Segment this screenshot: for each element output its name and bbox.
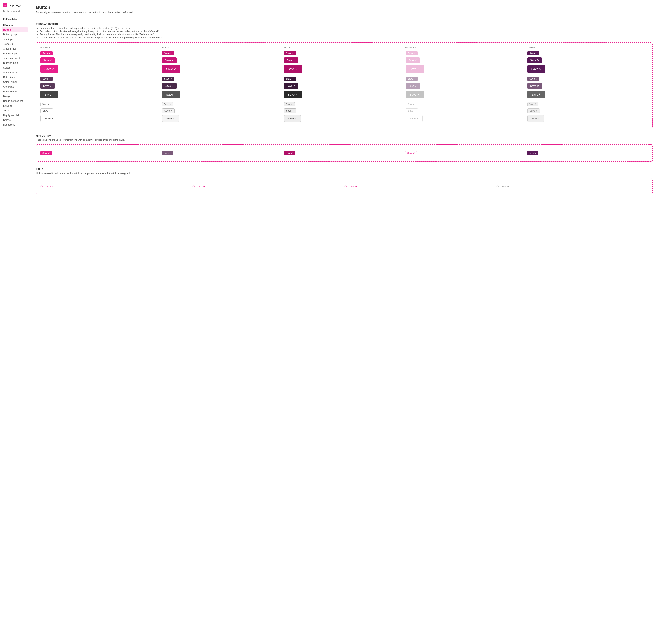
- secondary-default-large-button[interactable]: Save ✓: [41, 91, 58, 98]
- btn-primary-loading-sm[interactable]: Save ↻: [527, 51, 648, 55]
- outline-active-small-button[interactable]: Save ✓: [284, 102, 295, 107]
- secondary-medium-row: Save ✓ Save ✓ Save ✓ Save ✓ Save ↻: [41, 83, 648, 89]
- secondary-disabled-large-button: Save ✓: [406, 91, 424, 98]
- sidebar-item-badge-multi-select[interactable]: Badge multi-select: [0, 99, 29, 104]
- mini-button-section: MINI BUTTON These buttons are used for i…: [36, 135, 653, 162]
- outline-loading-medium-button[interactable]: Save ↻: [527, 108, 540, 113]
- secondary-default-medium-button[interactable]: Save ✓: [41, 83, 55, 89]
- outline-hover-small-button[interactable]: Save ✓: [162, 102, 173, 107]
- btn-primary-disabled-sm[interactable]: Save ✓: [406, 51, 526, 55]
- outline-default-large-button[interactable]: Save ✓: [41, 115, 57, 122]
- outline-loading-small-button[interactable]: Save ↻: [527, 102, 538, 107]
- mini-default-button[interactable]: Save ✓: [41, 151, 52, 155]
- links-section: LINKS Links are used to indicate an acti…: [36, 168, 653, 194]
- secondary-hover-medium-button[interactable]: Save ✓: [162, 83, 176, 89]
- col-disabled: DISABLED: [405, 47, 527, 49]
- secondary-active-large-button[interactable]: Save ✓: [284, 91, 302, 98]
- sidebar-item-telephone-input[interactable]: Telephone input: [0, 56, 29, 61]
- btn-primary-default-sm[interactable]: Save ✓: [41, 51, 161, 55]
- sidebar-item-checkbox[interactable]: Checkbox: [0, 85, 29, 89]
- mini-button-demo-box: Save ✓ Save ✓ Save ✓ Save ✓ Save ↻: [36, 144, 653, 162]
- sidebar-item-link-field[interactable]: Link field: [0, 104, 29, 108]
- sidebar-item-text-area[interactable]: Text area: [0, 42, 29, 46]
- outline-hover-large-button[interactable]: Save ✓: [162, 115, 179, 122]
- mini-loading-button[interactable]: Save ↻: [527, 151, 538, 155]
- primary-active-large-button[interactable]: Save ✓: [284, 65, 302, 73]
- secondary-active-small-button[interactable]: Save ✓: [284, 77, 296, 81]
- mini-hover-button[interactable]: Save ✓: [162, 151, 173, 155]
- col-loading: LOADING: [527, 47, 648, 49]
- outline-active-medium-button[interactable]: Save ✓: [284, 108, 297, 113]
- mini-button-title: MINI BUTTON: [36, 135, 653, 137]
- sidebar-item-radio-button[interactable]: Radio button: [0, 89, 29, 94]
- sidebar-item-button[interactable]: Button: [2, 27, 28, 32]
- secondary-small-row: Save ✓ Save ✓ Save ✓ Save ✓ Save ↻: [41, 77, 648, 81]
- sidebar-item-select[interactable]: Select: [0, 65, 29, 70]
- outline-hover-medium-button[interactable]: Save ✓: [162, 108, 174, 113]
- secondary-disabled-small-button: Save ✓: [406, 77, 418, 81]
- primary-medium-row: Save ✓ Save ✓ Save ✓ Save ✓ Save ↻: [41, 58, 648, 63]
- secondary-hover-small-button[interactable]: Save ✓: [162, 77, 174, 81]
- primary-hover-medium-button[interactable]: Save ✓: [162, 58, 176, 63]
- secondary-hover-large-button[interactable]: Save ✓: [162, 91, 180, 98]
- secondary-active-medium-button[interactable]: Save ✓: [284, 83, 298, 89]
- outline-default-medium-button[interactable]: Save ✓: [41, 108, 53, 113]
- sidebar-item-badge[interactable]: Badge: [0, 94, 29, 99]
- primary-default-medium-button[interactable]: Save ✓: [41, 58, 55, 63]
- outline-medium-row: Save ✓ Save ✓ Save ✓ Save ✓ Save ↻: [41, 108, 648, 113]
- sidebar-item-number-input[interactable]: Number input: [0, 51, 29, 56]
- outline-small-row: Save ✓ Save ✓ Save ✓ Save ✓ Save ↻: [41, 102, 648, 107]
- sidebar-item-illustrations[interactable]: Illustrations: [0, 122, 29, 127]
- primary-hover-large-button[interactable]: Save ✓: [162, 65, 180, 73]
- outline-default-small-button[interactable]: Save ✓: [41, 102, 51, 107]
- secondary-loading-small-button[interactable]: Save ↻: [527, 77, 540, 81]
- sidebar-item-amount-input[interactable]: Amount input: [0, 46, 29, 51]
- col-hover: HOVER: [162, 47, 284, 49]
- primary-active-medium-button[interactable]: Save ✓: [284, 58, 298, 63]
- primary-default-large-button[interactable]: Save ✓: [41, 65, 58, 73]
- column-headers: DEFAULT HOVER ACTIVE DISABLED LOADING: [41, 47, 648, 49]
- mini-disabled-button: Save ✓: [405, 151, 417, 155]
- link-hover[interactable]: See tutorial: [192, 185, 206, 188]
- links-desc: Links are used to indicate an action wit…: [36, 172, 653, 175]
- mini-active-button[interactable]: Save ✓: [284, 151, 295, 155]
- sidebar-item-colour-picker[interactable]: Colour picker: [0, 80, 29, 85]
- link-default[interactable]: See tutorial: [41, 185, 53, 188]
- outline-active-large-button[interactable]: Save ✓: [284, 115, 301, 122]
- secondary-loading-medium-button[interactable]: Save ↻: [527, 83, 542, 89]
- primary-loading-small-button[interactable]: Save ↻: [527, 51, 540, 55]
- sidebar-section-foundation: 01 Foundation: [0, 16, 29, 21]
- secondary-disabled-medium-button: Save ✓: [406, 83, 420, 89]
- secondary-default-small-button[interactable]: Save ✓: [41, 77, 52, 81]
- sidebar-item-spinner[interactable]: Spinner: [0, 118, 29, 122]
- primary-disabled-small-button: Save ✓: [406, 51, 418, 55]
- sidebar-item-toggle[interactable]: Toggle: [0, 108, 29, 113]
- logo-text: simpology: [8, 4, 21, 6]
- outline-loading-large-button[interactable]: Save ↻: [527, 115, 544, 122]
- main-content: Button Button triggers an event or actio…: [30, 0, 659, 644]
- sidebar-item-amount-select[interactable]: Amount select: [0, 70, 29, 75]
- col-default: DEFAULT: [41, 47, 162, 49]
- primary-loading-large-button[interactable]: Save ↻: [527, 65, 545, 73]
- sidebar-item-highlighted-field[interactable]: Highlighted field: [0, 113, 29, 118]
- btn-primary-active-sm[interactable]: Save ✓: [284, 51, 405, 55]
- primary-disabled-medium-button: Save ✓: [406, 58, 420, 63]
- primary-hover-small-button[interactable]: Save ✓: [162, 51, 174, 55]
- primary-active-small-button[interactable]: Save ✓: [284, 51, 296, 55]
- sidebar-section-atoms: 02 Atoms: [0, 21, 29, 27]
- sidebar-item-text-input[interactable]: Text input: [0, 37, 29, 42]
- sidebar-item-button-group[interactable]: Button group: [0, 32, 29, 37]
- link-active[interactable]: See tutorial: [344, 185, 357, 188]
- primary-loading-medium-button[interactable]: Save ↻: [527, 58, 542, 63]
- app-logo: s simpology: [0, 3, 29, 10]
- primary-disabled-large-button: Save ✓: [406, 65, 424, 73]
- bullet-list: Primary button: This button is designate…: [36, 27, 653, 39]
- sidebar-item-date-picker[interactable]: Date picker: [0, 75, 29, 80]
- primary-small-row: Save ✓ Save ✓ Save ✓ Save ✓ Save ↻: [41, 51, 648, 55]
- primary-large-row: Save ✓ Save ✓ Save ✓ Save ✓ Save ↻: [41, 65, 648, 73]
- btn-primary-hover-sm[interactable]: Save ✓: [162, 51, 283, 55]
- primary-default-small-button[interactable]: Save ✓: [41, 51, 52, 55]
- links-row: See tutorial See tutorial See tutorial S…: [41, 182, 648, 190]
- secondary-loading-large-button[interactable]: Save ↻: [527, 91, 545, 98]
- sidebar-item-duration-input[interactable]: Duration input: [0, 61, 29, 65]
